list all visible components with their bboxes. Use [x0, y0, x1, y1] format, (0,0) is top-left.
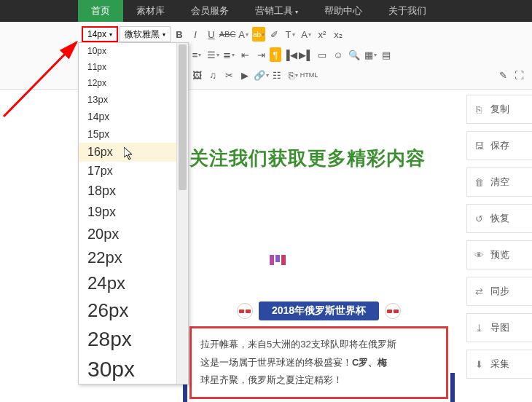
article-line: 拉开帷幕，来自5大洲的32支球队即将在俄罗斯	[200, 336, 437, 354]
fontsize-value: 14px	[87, 29, 106, 39]
fontsize-option[interactable]: 13px	[79, 91, 188, 108]
side-save-button[interactable]: 🖫保存	[466, 131, 532, 160]
side-label: 保存	[490, 139, 509, 152]
side-label: 恢复	[490, 212, 509, 225]
soccer-ball-icon	[237, 303, 253, 319]
fontsize-option[interactable]: 24px	[79, 270, 188, 296]
fontsize-option[interactable]: 16px	[79, 143, 188, 162]
flag-right-icon[interactable]: ▶▌	[299, 47, 313, 62]
side-collect-button[interactable]: ⬇采集	[466, 350, 532, 379]
headline-text: 关注我们获取更多精彩内容	[189, 146, 448, 171]
fontcolor-icon[interactable]: A	[236, 27, 251, 42]
nav-item[interactable]: 关于我们	[375, 0, 439, 22]
fontsize-option[interactable]: 10px	[79, 43, 188, 59]
article-header: 2018年俄罗斯世界杯	[189, 302, 448, 320]
align-icon[interactable]: ≣	[222, 47, 236, 62]
cut-icon[interactable]: ✂	[222, 68, 236, 82]
editor-canvas[interactable]: 关注我们获取更多精彩内容 2018年俄罗斯世界杯 拉开帷幕，来自5大洲的32支球…	[189, 84, 448, 395]
fontfamily-value: 微软雅黑	[125, 28, 160, 41]
decor-bars	[270, 255, 448, 265]
search-icon[interactable]: 🔍	[347, 47, 361, 62]
side-panel: ⎘复制🖫保存🗑清空↺恢复👁预览⇄同步⤓导图⬇采集	[466, 95, 532, 386]
format-t-icon[interactable]: T	[283, 27, 297, 42]
image-icon[interactable]: 🖼	[189, 68, 204, 82]
list-icon[interactable]: ☰	[206, 47, 220, 62]
fontsize-option[interactable]: 22px	[79, 245, 188, 270]
fontsize-dropdown[interactable]: 10px11px12px13px14px15px16px17px18px19px…	[78, 42, 189, 385]
fontfamily-select[interactable]: 微软雅黑▾	[120, 26, 171, 42]
card-icon[interactable]: ☷	[270, 68, 284, 82]
side-eye-button[interactable]: 👁预览	[466, 240, 532, 269]
expand-icon[interactable]: ⛶	[512, 68, 526, 82]
top-nav: 首页素材库会员服务营销工具▾帮助中心关于我们	[0, 0, 532, 22]
eraser-icon[interactable]: ✐	[267, 27, 281, 42]
export-icon: ⤓	[473, 322, 485, 334]
copy-icon: ⎘	[473, 103, 485, 115]
fontsize-select[interactable]: 14px▾	[82, 26, 118, 42]
indent-icon[interactable]: ⇥	[254, 47, 268, 62]
eye-icon: 👁	[473, 249, 485, 261]
link-icon[interactable]: 🔗	[254, 68, 268, 82]
emoji-icon[interactable]: ☺	[331, 47, 345, 62]
undo-icon: ↺	[473, 213, 485, 224]
nav-item[interactable]: 帮助中心	[311, 0, 375, 22]
article-body: 拉开帷幕，来自5大洲的32支球队即将在俄罗斯 这是一场属于世界球迷的终极盛宴！C…	[189, 326, 448, 399]
fontsize-option[interactable]: 30px	[79, 354, 188, 385]
edit-icon[interactable]: ✎	[496, 68, 510, 82]
flag-icon[interactable]: ¶	[270, 47, 281, 62]
fontsize-option[interactable]: 12px	[79, 75, 188, 91]
format-a-icon[interactable]: A	[299, 27, 313, 42]
nav-item[interactable]: 营销工具▾	[242, 0, 311, 22]
collect-icon: ⬇	[473, 358, 485, 370]
side-undo-button[interactable]: ↺恢复	[466, 204, 532, 233]
bgcolor-icon[interactable]: ab	[252, 27, 265, 42]
dropdown-scrollbar[interactable]	[176, 43, 188, 384]
fontsize-option[interactable]: 17px	[79, 162, 188, 181]
fontsize-option[interactable]: 15px	[79, 125, 188, 143]
side-label: 采集	[490, 358, 509, 371]
fontsize-option[interactable]: 14px	[79, 108, 188, 125]
side-trash-button[interactable]: 🗑清空	[466, 168, 532, 197]
strike-icon[interactable]: ABC	[220, 27, 235, 42]
fontsize-option[interactable]: 19px	[79, 202, 188, 223]
sync-icon: ⇄	[473, 285, 485, 297]
fontsize-option[interactable]: 28px	[79, 325, 188, 354]
side-label: 复制	[490, 103, 509, 116]
article-line: 这是一场属于世界球迷的终极盛宴！C罗、梅	[200, 354, 437, 372]
music-icon[interactable]: ♫	[206, 68, 220, 82]
table-icon[interactable]: ▦	[363, 47, 378, 62]
italic-icon[interactable]: I	[188, 27, 203, 42]
video-icon[interactable]: ▶	[238, 68, 252, 82]
soccer-ball-icon	[385, 303, 401, 319]
subscript-icon[interactable]: x₂	[331, 27, 345, 42]
bold-icon[interactable]: B	[172, 27, 187, 42]
panel-icon[interactable]: ▭	[315, 47, 329, 62]
nav-item[interactable]: 首页	[78, 0, 123, 22]
html-icon[interactable]: HTML	[302, 68, 316, 82]
side-sync-button[interactable]: ⇄同步	[466, 277, 532, 306]
calendar-icon[interactable]: ▤	[379, 47, 394, 62]
side-label: 清空	[490, 176, 509, 189]
side-export-button[interactable]: ⤓导图	[466, 313, 532, 342]
fontsize-option[interactable]: 26px	[79, 296, 188, 325]
nav-item[interactable]: 会员服务	[178, 0, 242, 22]
side-label: 导图	[490, 321, 509, 334]
underline-icon[interactable]: U	[204, 27, 219, 42]
side-label: 同步	[490, 285, 509, 298]
side-label: 预览	[490, 248, 509, 261]
fontsize-option[interactable]: 20px	[79, 223, 188, 245]
side-copy-button[interactable]: ⎘复制	[466, 95, 532, 124]
outdent-icon[interactable]: ⇤	[238, 47, 252, 62]
flag-left-icon[interactable]: ▐◀	[283, 47, 297, 62]
article-title: 2018年俄罗斯世界杯	[259, 302, 379, 320]
lineheight-icon[interactable]: ≡	[189, 47, 204, 62]
nav-item[interactable]: 素材库	[123, 0, 178, 22]
trash-icon: 🗑	[473, 176, 485, 188]
fontsize-option[interactable]: 11px	[79, 59, 188, 75]
superscript-icon[interactable]: x²	[315, 27, 329, 42]
save-icon: 🖫	[473, 140, 485, 151]
fontsize-option[interactable]: 18px	[79, 181, 188, 202]
article-line: 球星齐聚，俄罗斯之夏注定精彩！	[200, 371, 437, 390]
code-icon[interactable]: ⎘	[286, 68, 300, 82]
